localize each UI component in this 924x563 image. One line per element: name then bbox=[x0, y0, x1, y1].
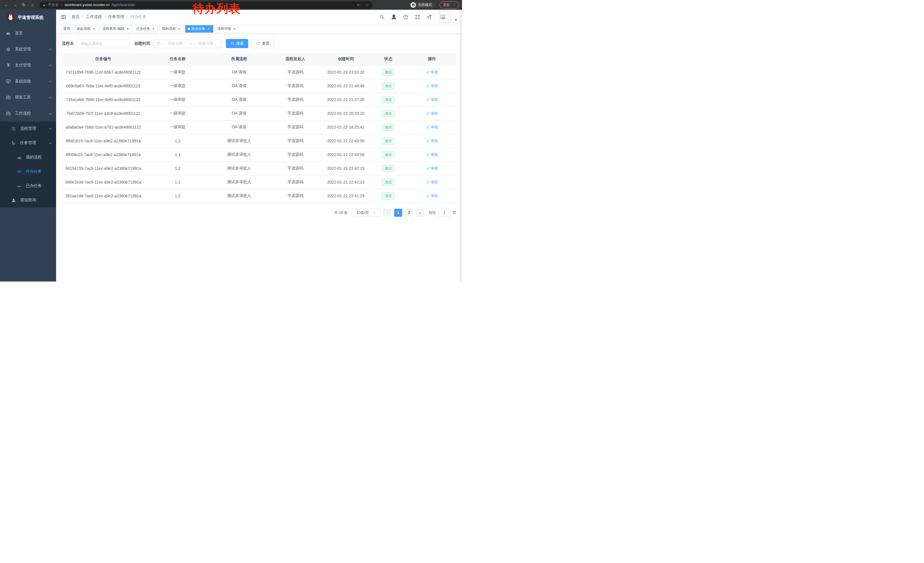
approve-link[interactable]: 审批 bbox=[426, 70, 438, 75]
breadcrumb-task-mgmt[interactable]: 任务管理 bbox=[108, 14, 124, 20]
browser-update-button[interactable]: 更新 ⋮ bbox=[440, 2, 459, 9]
close-tab-icon[interactable]: × bbox=[92, 27, 96, 31]
tab-label: 流程详情 bbox=[217, 26, 231, 31]
tab-home[interactable]: 首页 bbox=[61, 25, 73, 33]
tab-label: 流程表单-编辑 bbox=[102, 26, 124, 31]
close-tab-icon[interactable]: × bbox=[207, 27, 211, 31]
close-tab-icon[interactable]: × bbox=[232, 27, 237, 31]
sidebar-item-leave-query[interactable]: 请假查询 bbox=[0, 193, 56, 207]
workflow-submenu: 流程管理 任务管理 我的流程 待办任务 已办任务 请假 bbox=[0, 122, 56, 207]
page-button-2[interactable]: 2 bbox=[405, 209, 413, 217]
eye-icon bbox=[16, 169, 22, 174]
search-icon bbox=[230, 42, 234, 45]
browser-back-button[interactable]: ← bbox=[3, 1, 10, 9]
approve-link[interactable]: 审批 bbox=[426, 125, 438, 130]
incognito-label: 无痕模式 bbox=[418, 3, 432, 8]
end-date-placeholder[interactable]: 结束日期 bbox=[194, 41, 218, 46]
sidebar-item-home[interactable]: 首页 bbox=[0, 25, 56, 41]
window-scrollbar[interactable] bbox=[460, 10, 462, 281]
cell-starter: 芋道源码 bbox=[268, 120, 323, 134]
sidebar-item-todo-task[interactable]: 待办任务 bbox=[0, 164, 56, 179]
tab-done-task[interactable]: 已办任务× bbox=[134, 25, 158, 33]
page-size-select[interactable]: 10条/页 bbox=[352, 209, 380, 217]
table-row: 069c6a63-7b8a-11ec-8ef0-acde48001122一级审批… bbox=[62, 79, 456, 93]
address-bar[interactable]: ▲ 不安全 | dashboard.yudao.iocoder.cn/bpm/t… bbox=[39, 2, 372, 9]
browser-reload-button[interactable]: ↻ bbox=[20, 1, 27, 9]
font-size-icon[interactable] bbox=[426, 14, 432, 20]
tab-my-process[interactable]: 我的流程× bbox=[159, 25, 184, 33]
github-icon[interactable] bbox=[391, 14, 397, 20]
fullscreen-icon[interactable] bbox=[415, 14, 420, 20]
table-row: 8f059c03-7ac8-11ec-a9e2-a2380e71991a1.1测… bbox=[62, 148, 456, 162]
cell-task-name: 一级审批 bbox=[144, 107, 210, 120]
sidebar-item-process-mgmt[interactable]: 流程管理 bbox=[0, 122, 56, 136]
approve-link[interactable]: 审批 bbox=[426, 138, 438, 144]
search-button[interactable]: 搜索 bbox=[226, 39, 248, 48]
saved-password-key-icon[interactable] bbox=[357, 3, 361, 7]
cell-process: OA 请假 bbox=[211, 65, 268, 79]
reset-button[interactable]: 重置 bbox=[252, 39, 274, 48]
sidebar-item-infrastructure[interactable]: 基础设施 bbox=[0, 73, 56, 89]
approve-link[interactable]: 审批 bbox=[426, 166, 438, 171]
user-avatar[interactable] bbox=[439, 11, 450, 23]
sidebar-item-dev-tools[interactable]: 研发工具 bbox=[0, 89, 56, 105]
tab-process-form-edit[interactable]: 流程表单-编辑× bbox=[100, 25, 132, 33]
close-tab-icon[interactable]: × bbox=[126, 27, 130, 31]
browser-home-button[interactable]: ⌂ bbox=[28, 1, 36, 9]
page-button-1[interactable]: 1 bbox=[394, 209, 402, 217]
browser-forward-button[interactable]: → bbox=[12, 1, 19, 9]
approve-link[interactable]: 审批 bbox=[426, 97, 438, 102]
sidebar-item-workflow[interactable]: 工作流程 bbox=[0, 105, 56, 122]
gear-icon: ⚙ bbox=[6, 47, 11, 52]
next-page-button[interactable]: › bbox=[416, 209, 424, 217]
help-icon[interactable] bbox=[403, 14, 408, 20]
cell-process: 测试多审批人 bbox=[211, 189, 268, 203]
sidebar-item-task-mgmt[interactable]: 任务管理 bbox=[0, 136, 56, 150]
cell-task-name: 1.2 bbox=[144, 162, 210, 175]
cell-status: 激活 bbox=[369, 107, 408, 120]
yen-icon: ¥ bbox=[6, 63, 11, 68]
sidebar-item-my-process[interactable]: 我的流程 bbox=[0, 150, 56, 164]
cell-create-time: 2022-01-21 22:43:55 bbox=[323, 134, 369, 148]
sidebar-collapse-icon[interactable] bbox=[61, 14, 66, 20]
close-tab-icon[interactable]: × bbox=[177, 27, 181, 31]
col-status: 状态 bbox=[369, 53, 408, 65]
bookmark-star-icon[interactable]: ☆ bbox=[365, 2, 369, 8]
sidebar-item-system-mgmt[interactable]: ⚙ 系统管理 bbox=[0, 41, 56, 57]
breadcrumb-home[interactable]: 首页 bbox=[72, 14, 80, 20]
col-task-name: 任务名称 bbox=[144, 53, 210, 65]
approve-link[interactable]: 审批 bbox=[426, 180, 438, 185]
sidebar-item-payment-mgmt[interactable]: ¥ 支付管理 bbox=[0, 57, 56, 73]
search-button-label: 搜索 bbox=[236, 41, 244, 46]
close-tab-icon[interactable]: × bbox=[152, 27, 155, 31]
date-range-separator: - bbox=[190, 42, 191, 46]
prev-page-button[interactable]: ‹ bbox=[383, 209, 391, 217]
status-badge: 激活 bbox=[382, 96, 394, 104]
table-row: 725a1eb6-7b88-11ec-8ef0-acde48001122一级审批… bbox=[62, 93, 456, 107]
cell-starter: 芋道源码 bbox=[268, 134, 323, 148]
browser-menu-icon[interactable]: ⋮ bbox=[452, 3, 456, 7]
start-date-placeholder[interactable]: 开始日期 bbox=[163, 41, 188, 46]
tab-start-process[interactable]: 发起流程× bbox=[74, 25, 99, 33]
search-icon[interactable] bbox=[379, 14, 385, 20]
approve-link[interactable]: 审批 bbox=[426, 152, 438, 157]
incognito-badge: 无痕模式 bbox=[410, 2, 436, 9]
sidebar-item-label: 系统管理 bbox=[15, 47, 31, 52]
sidebar-item-label: 研发工具 bbox=[15, 95, 31, 100]
tab-todo-task[interactable]: 待办任务× bbox=[185, 25, 213, 33]
breadcrumb-workflow[interactable]: 工作流程 bbox=[86, 14, 102, 20]
process-name-input[interactable] bbox=[77, 39, 130, 48]
edit-icon bbox=[426, 167, 430, 170]
goto-page-input[interactable] bbox=[438, 209, 450, 217]
cell-actions: 审批 bbox=[408, 175, 456, 189]
cell-starter: 芋道源码 bbox=[268, 148, 323, 162]
approve-link[interactable]: 审批 bbox=[426, 111, 438, 116]
breadcrumb-separator: / bbox=[82, 15, 83, 19]
app-logo[interactable]: 芋道管理系统 bbox=[0, 10, 56, 25]
date-range-picker[interactable]: 开始日期 - 结束日期 bbox=[153, 39, 221, 48]
tab-process-detail[interactable]: 流程详情× bbox=[214, 25, 239, 33]
user-menu-caret-icon[interactable]: ▼ bbox=[454, 18, 458, 23]
approve-link[interactable]: 审批 bbox=[426, 83, 438, 89]
approve-link[interactable]: 审批 bbox=[426, 193, 438, 198]
sidebar-item-done-task[interactable]: 已办任务 bbox=[0, 179, 56, 193]
